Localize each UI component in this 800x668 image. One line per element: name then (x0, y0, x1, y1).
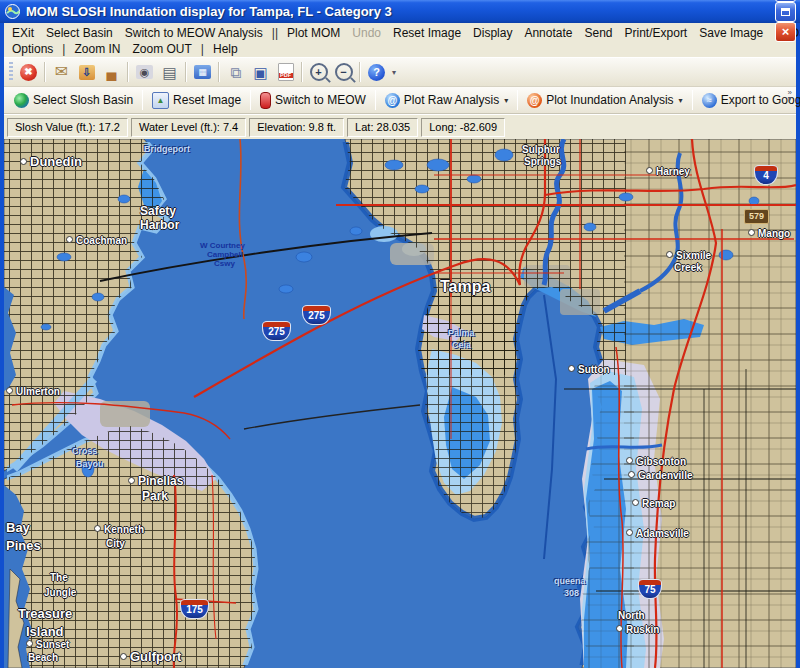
meow-gauge-icon (260, 92, 271, 109)
map-label-pinellas: Pinellas (128, 475, 183, 487)
app-icon (4, 3, 21, 20)
zoom-in-icon[interactable]: + (307, 61, 330, 84)
actions-toolbar: Select Slosh Basin▲Reset ImageSwitch to … (4, 87, 796, 114)
menu-item-switch-to-meow-analysis[interactable]: Switch to MEOW Analysis (119, 26, 269, 40)
import-icon[interactable]: ⇩ (75, 61, 98, 84)
map-label-remap: Remap (632, 499, 675, 509)
map-label-campbell: Campbell (207, 251, 243, 259)
reset-image-button[interactable]: ▲Reset Image (146, 90, 247, 111)
toolbar-grip[interactable] (9, 62, 13, 82)
save-icon[interactable]: ▣ (249, 61, 272, 84)
copy-icon[interactable]: ⧉ (224, 61, 247, 84)
export-to-google-earth-button[interactable]: ≈Export to Google Earth▾ (696, 91, 800, 110)
window-controls: × (773, 0, 796, 42)
mail-icon[interactable]: ✉ (50, 61, 73, 84)
map-label-ruskin: Ruskin (616, 625, 659, 635)
select-slosh-basin-button[interactable]: Select Slosh Basin (8, 91, 139, 110)
camera-icon[interactable]: ◉ (133, 61, 156, 84)
menu-item-exit[interactable]: EXit (6, 26, 40, 40)
close-button[interactable]: × (775, 22, 796, 42)
dropdown-arrow-icon[interactable]: ▾ (679, 96, 683, 105)
map-label-tampa: Tampa (440, 279, 490, 295)
maximize-button[interactable] (775, 2, 796, 22)
map-label-north: North (618, 611, 645, 621)
toolbar-separator (142, 90, 143, 110)
map-label-cswy: Cswy (214, 260, 235, 268)
map-label-springs: Springs (524, 157, 561, 167)
map-label-sutton: Sutton (568, 365, 610, 375)
main-toolbar: ✖✉⇩▄◉▤▦⧉▣PDF+−?▾ (4, 57, 796, 87)
switch-to-meow-button[interactable]: Switch to MEOW (254, 90, 372, 111)
map-label-safety: Safety (140, 205, 176, 217)
window-title: MOM SLOSH Inundation display for Tampa, … (26, 4, 773, 19)
map-label-palma: Palma (448, 329, 475, 338)
map-label-ceia: Ceia (452, 341, 471, 350)
highway-shield-175: 175 (180, 599, 209, 619)
stamp-icon[interactable]: ▄ (100, 61, 123, 84)
map-label-adamsville: Adamsville (626, 529, 689, 539)
pdf-export-icon[interactable]: PDF (274, 61, 297, 84)
title-bar[interactable]: MOM SLOSH Inundation display for Tampa, … (0, 0, 800, 23)
menu-item-help[interactable]: Help (207, 42, 244, 56)
toolbar-separator (185, 62, 187, 82)
map-label-kenneth: Kenneth (94, 525, 144, 535)
dropdown-arrow-icon[interactable]: ▾ (504, 96, 508, 105)
map-label-harney: Harney (646, 167, 690, 177)
map-label-coachman: Coachman (66, 236, 127, 246)
toolbar-separator (692, 90, 693, 110)
button-label: Select Slosh Basin (33, 93, 133, 107)
close-icon[interactable]: ✖ (17, 61, 40, 84)
menu-item-options[interactable]: Options (6, 42, 59, 56)
map-label-park: Park (142, 490, 168, 502)
toolbar-overflow-button[interactable]: ▾ (392, 70, 396, 75)
menu-item-annotate[interactable]: Annotate (518, 26, 578, 40)
toolbar-separator (301, 62, 303, 82)
status-field-slosh-value-ft: Slosh Value (ft.): 17.2 (7, 118, 128, 137)
app-window: MOM SLOSH Inundation display for Tampa, … (0, 0, 800, 668)
toolbar-separator (375, 90, 376, 110)
status-bar: Slosh Value (ft.): 17.2Water Level (ft.)… (4, 114, 796, 139)
map-canvas[interactable]: DunedinBridgeportSafetyHarborCoachmanW C… (4, 139, 796, 668)
map-label-pines: Pines (6, 539, 41, 552)
map-label-gardenville: Gardenville (628, 471, 692, 481)
print-icon[interactable]: ▤ (158, 61, 181, 84)
menu-item-undo[interactable]: Undo (346, 26, 387, 40)
menu-item-send[interactable]: Send (578, 26, 618, 40)
menu-item-select-basin[interactable]: Select Basin (40, 26, 119, 40)
menu-row-1: EXitSelect BasinSwitch to MEOW Analysis|… (6, 25, 794, 41)
map-label-ulmerton: Ulmerton (6, 387, 60, 397)
toolbar-separator (359, 62, 361, 82)
help-icon[interactable]: ? (365, 61, 388, 84)
map-label-harbor: Harbor (140, 219, 179, 231)
map-label-island: Island (26, 625, 64, 638)
status-field-elevation: Elevation: 9.8 ft. (249, 118, 344, 137)
highway-shield-275: 275 (302, 305, 331, 325)
highway-shield-275: 275 (262, 321, 291, 341)
map-label-city: City (106, 539, 125, 549)
menu-row-2: Options|Zoom INZoom OUT|Help (6, 41, 794, 57)
plot-raw-analysis-button[interactable]: @Plot Raw Analysis▾ (379, 91, 514, 110)
menu-bar: EXitSelect BasinSwitch to MEOW Analysis|… (4, 23, 796, 57)
maximize-icon (781, 8, 790, 16)
menu-item-zoom-in[interactable]: Zoom IN (68, 42, 126, 56)
button-label: Plot Raw Analysis (404, 93, 499, 107)
zoom-out-icon[interactable]: − (332, 61, 355, 84)
toolbar-separator (517, 90, 518, 110)
menu-item-plot-mom[interactable]: Plot MOM (281, 26, 346, 40)
image-viewer-icon[interactable]: ▦ (191, 61, 214, 84)
map-label-jungle: Jungle (44, 588, 76, 598)
status-field-lat: Lat: 28.035 (347, 118, 418, 137)
menu-item-display[interactable]: Display (467, 26, 518, 40)
toolbar-overflow-button[interactable]: »▾ (788, 90, 792, 102)
map-label-bridgeport: Bridgeport (144, 145, 190, 154)
button-label: Plot Inundation Analysis (546, 93, 673, 107)
plot-inundation-analysis-button[interactable]: @Plot Inundation Analysis▾ (521, 91, 688, 110)
menu-item-save-image[interactable]: Save Image (693, 26, 769, 40)
map-label-creek: Creek (674, 263, 702, 273)
menu-item-print-export[interactable]: Print/Export (619, 26, 694, 40)
menu-item-zoom-out[interactable]: Zoom OUT (127, 42, 198, 56)
reset-image-icon: ▲ (152, 92, 169, 109)
map-label-bay: Bay (6, 521, 30, 534)
menu-item-reset-image[interactable]: Reset Image (387, 26, 467, 40)
highway-shield-579: 579 (744, 209, 769, 224)
